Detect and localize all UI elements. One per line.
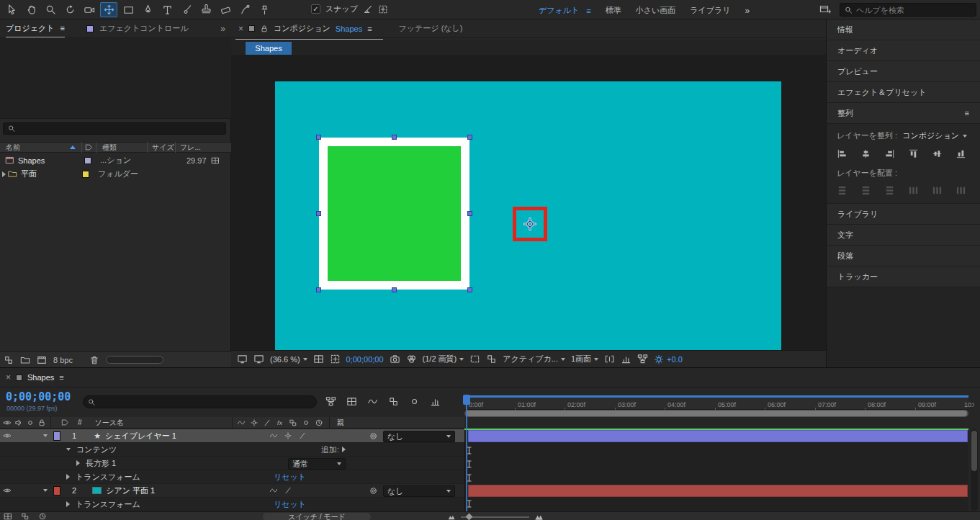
parent-pickwhip-icon[interactable] <box>369 486 378 496</box>
shape-layer-rectangle[interactable] <box>319 138 469 290</box>
solo-column-icon[interactable] <box>26 418 35 427</box>
align-center-vertical-button[interactable] <box>932 148 943 159</box>
twirl-down-icon[interactable] <box>43 489 48 492</box>
motion-blur-icon[interactable] <box>409 396 420 407</box>
twirl-right-icon[interactable] <box>2 171 6 177</box>
panel-effects-presets[interactable]: エフェクト＆プリセット <box>827 82 980 103</box>
roto-brush-tool[interactable] <box>236 2 253 17</box>
view-layout-dropdown[interactable]: 1画面 <box>571 354 598 364</box>
twirl-down-icon[interactable] <box>66 448 71 451</box>
shy-switch-icon[interactable] <box>269 431 278 440</box>
quality-switch-icon[interactable] <box>263 418 271 427</box>
puppet-pin-tool[interactable] <box>256 2 273 17</box>
layer-1-duration-bar[interactable] <box>468 430 968 442</box>
panel-libraries[interactable]: ライブラリ <box>827 204 980 225</box>
panel-menu-icon[interactable]: ≡ <box>60 24 65 32</box>
zoom-tool[interactable] <box>42 2 59 17</box>
selection-handle-middle-right[interactable] <box>467 211 472 216</box>
motion-blur-switch-icon[interactable] <box>302 418 310 427</box>
panel-tab-overflow[interactable]: » <box>220 24 225 34</box>
rectangle-group-row[interactable]: 長方形 1 通常 <box>0 457 464 470</box>
transparency-grid-icon[interactable] <box>486 354 497 364</box>
lock-icon[interactable] <box>260 24 269 33</box>
snap-angle-icon[interactable] <box>363 4 373 14</box>
selection-handle-top-center[interactable] <box>392 135 397 140</box>
workspace-tab-standard[interactable]: 標準 <box>606 5 621 16</box>
composition-tab-title[interactable]: コンポジション <box>274 23 331 34</box>
grid-guides-icon[interactable] <box>313 354 324 364</box>
channel-icon[interactable] <box>406 354 417 364</box>
column-header-size[interactable]: サイズ <box>148 143 175 153</box>
anchor-highlight-box[interactable] <box>513 207 547 241</box>
workspace-tab-library[interactable]: ライブラリ <box>690 5 730 16</box>
switches-modes-toggle[interactable]: スイッチ / モード <box>263 513 371 520</box>
scrollbar-handle[interactable] <box>971 431 977 471</box>
timeline-jump-icon[interactable] <box>637 354 648 364</box>
shy-switch-icon[interactable] <box>237 418 246 427</box>
selection-handle-bottom-right[interactable] <box>467 287 472 292</box>
always-preview-icon[interactable] <box>237 354 248 364</box>
mask-visibility-icon[interactable] <box>330 354 341 364</box>
lock-column-icon[interactable] <box>37 418 46 427</box>
eye-column-icon[interactable] <box>3 418 12 427</box>
tab-effect-controls[interactable]: エフェクトコントロール <box>99 23 189 34</box>
twirl-right-icon[interactable] <box>66 501 70 507</box>
frame-blend-switch-icon[interactable] <box>289 418 297 427</box>
hand-tool[interactable] <box>22 2 40 17</box>
3d-switch-icon[interactable] <box>315 418 323 427</box>
parent-pickwhip-icon[interactable] <box>369 431 378 441</box>
quality-switch-icon[interactable] <box>298 431 307 440</box>
timeline-search-input[interactable] <box>99 398 312 406</box>
snapshot-icon[interactable] <box>390 354 400 364</box>
magnification-dropdown[interactable]: (36.6 %) <box>270 355 307 364</box>
layer-row-2[interactable]: 2 シアン 平面 1 なし <box>0 484 464 498</box>
panel-info[interactable]: 情報 <box>827 19 980 40</box>
current-time-indicator-line[interactable] <box>466 405 467 511</box>
track-area[interactable] <box>464 430 968 511</box>
column-divider[interactable] <box>81 142 82 153</box>
layer-label-chip[interactable] <box>53 486 60 496</box>
collapse-switch-icon[interactable] <box>250 418 259 427</box>
exposure-control[interactable]: +0.0 <box>654 354 683 364</box>
selection-handle-top-left[interactable] <box>316 135 321 140</box>
panel-menu-icon[interactable]: ≡ <box>965 109 969 117</box>
close-tab-button[interactable]: × <box>238 24 243 34</box>
eraser-tool[interactable] <box>217 2 234 17</box>
viewer-timecode[interactable]: 0;00;00;00 <box>346 355 384 364</box>
panel-character[interactable]: 文字 <box>827 225 980 246</box>
align-right-button[interactable] <box>884 148 895 159</box>
twirl-right-icon[interactable] <box>66 474 70 480</box>
selection-handle-bottom-center[interactable] <box>392 287 397 292</box>
rotate-tool[interactable] <box>61 2 78 17</box>
pan-behind-tool[interactable] <box>100 2 117 17</box>
align-bottom-button[interactable] <box>956 148 966 159</box>
composition-flowchart-icon[interactable] <box>325 396 336 407</box>
reset-link[interactable]: リセット <box>274 472 306 483</box>
interpret-footage-icon[interactable] <box>4 355 14 365</box>
graph-editor-icon[interactable] <box>430 396 441 407</box>
fast-previews-icon[interactable] <box>621 354 631 364</box>
anchor-point-icon[interactable] <box>523 218 536 230</box>
layer-2-duration-bar[interactable] <box>468 485 968 497</box>
eye-icon[interactable] <box>3 431 12 440</box>
snap-checkbox[interactable]: ✓ <box>311 4 320 14</box>
transform-group-row-2[interactable]: トランスフォーム リセット <box>0 498 464 511</box>
column-header-frame[interactable]: フレ... <box>176 143 201 153</box>
panel-preview[interactable]: プレビュー <box>827 61 980 82</box>
viewer-area[interactable] <box>231 55 826 350</box>
rectangle-green-fill[interactable] <box>328 146 461 281</box>
column-header-source[interactable]: ソース名 <box>95 418 124 428</box>
project-row-shapes[interactable]: Shapes ...ション 29.97 <box>0 153 231 167</box>
workspace-overflow-chevron[interactable]: » <box>745 6 750 16</box>
eye-icon[interactable] <box>3 486 12 495</box>
panel-menu-icon[interactable]: ≡ <box>59 373 63 382</box>
primary-viewer-icon[interactable] <box>253 354 264 364</box>
camera-view-dropdown[interactable]: アクティブカ... <box>503 354 565 364</box>
viewer-tab-shapes[interactable]: Shapes <box>246 42 292 55</box>
panel-tracker[interactable]: トラッカー <box>827 266 980 287</box>
panel-audio[interactable]: オーディオ <box>827 40 980 61</box>
resolution-dropdown[interactable]: (1/2 画質) <box>423 354 464 364</box>
new-composition-icon[interactable] <box>37 355 47 365</box>
brush-tool[interactable] <box>178 2 195 17</box>
composition-canvas[interactable] <box>275 81 781 364</box>
